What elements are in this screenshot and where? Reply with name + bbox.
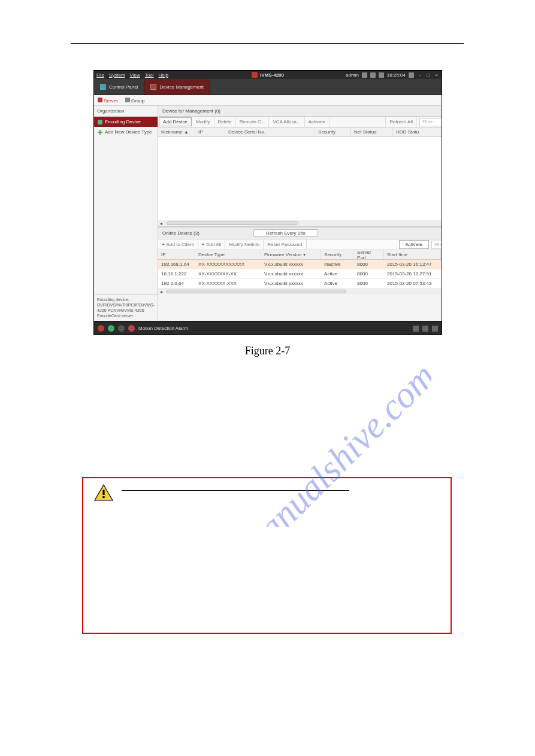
menubar: File System View Tool Help iVMS-4200 adm… [94,71,442,79]
sidebar-item-label: Add New Device Type [105,129,152,135]
tab-label: Device Management [159,84,203,90]
scrollbar-thumb[interactable] [167,290,346,293]
ocol-start-time[interactable]: Start time [384,250,441,259]
col-nickname[interactable]: Nickname ▲ [158,127,195,136]
col-ip[interactable]: IP [195,127,225,136]
col-hdd[interactable]: HDD Statu [393,127,442,136]
subtab-bar: Server Group [94,95,442,106]
cell-fw: Vx.x.xbuild xxxxxx [261,281,321,286]
globe-icon[interactable] [362,72,367,78]
plus-icon [98,130,102,135]
tab-label: Control Panel [109,84,138,90]
tab-control-panel[interactable]: Control Panel [94,79,144,95]
mail-icon[interactable] [118,325,125,332]
add-device-button[interactable]: Add Device [159,117,192,126]
placeholder-text: Filter [434,242,442,247]
popout-icon[interactable] [422,326,428,332]
cell-ip: 192.168.1.64 [158,262,195,267]
close-button[interactable]: × [434,72,439,78]
subtab-label: Server [104,98,118,104]
add-to-client-button[interactable]: +Add to Client [158,239,198,250]
pin-icon[interactable] [413,326,419,332]
alert-icon[interactable] [98,325,104,332]
table-row[interactable]: 192.0.0.64 XX-XXXXXX-XXX Vx.x.xbuild xxx… [158,279,442,289]
ocol-ip[interactable]: IP [158,250,195,259]
collapse-icon[interactable] [432,326,438,332]
minimize-button[interactable]: - [417,72,422,78]
menu-view[interactable]: View [130,72,140,78]
maximize-button[interactable]: □ [425,72,431,78]
online-panel-title: Online Device (3) Refresh Every 15s [158,227,442,239]
shield-icon[interactable] [108,325,114,332]
footer-text: DVR/DVS/NVR/IPC/IPD/iVMS-4200 PCNVR/iVMS… [97,302,155,318]
cell-ac: No... [441,281,442,286]
monitor-icon[interactable] [379,72,384,78]
warning-icon [94,484,113,501]
refresh-every-button[interactable]: Refresh Every 15s [253,229,318,237]
sidebar-item-encoding-device[interactable]: Encoding Device [94,117,158,127]
table-row[interactable]: 10.16.1.222 XX-XXXXXXX-XX Vx.x.xbuild xx… [158,269,442,279]
horizontal-scrollbar[interactable]: ◂ [158,220,442,226]
reset-password-button[interactable]: Reset Password [264,239,306,250]
vca-alloca-button[interactable]: VCA Alloca... [269,117,304,127]
plus-icon: + [202,242,205,247]
activate-online-button[interactable]: Activate [399,240,429,249]
cell-start: 2015-03-20 10:27:51 [384,271,441,277]
cell-fw: Vx.x.xbuild xxxxxx [261,271,321,277]
tab-device-management[interactable]: Device Management [144,79,210,95]
sidebar-item-add-new[interactable]: Add New Device Type [94,127,158,137]
cell-start: 2015-03-20 07:53:43 [384,281,441,286]
delete-button[interactable]: Delete [214,117,236,127]
page-header-rule [71,43,464,44]
menu-system[interactable]: System [109,72,125,78]
remote-config-button[interactable]: Remote C... [236,117,270,127]
col-security[interactable]: Security [315,127,351,136]
screen-icon[interactable] [370,72,376,78]
ocol-firmware[interactable]: Firmware Version ▾ [261,250,321,259]
filter-input[interactable]: Filter [419,118,442,126]
app-window: File System View Tool Help iVMS-4200 adm… [93,70,442,335]
subtab-server[interactable]: Server [98,98,118,104]
lock-icon[interactable] [409,72,414,78]
cell-type: XX-XXXXXXXXXXXX [195,262,261,267]
main-panel: Device for Management (0) Add Device Mod… [158,106,442,321]
col-net-status[interactable]: Net Status [351,127,393,136]
menu-help[interactable]: Help [158,72,168,78]
cell-type: XX-XXXXXXX-XX [195,271,261,277]
table-row[interactable]: 192.168.1.64 XX-XXXXXXXXXXXX Vx.x.xbuild… [158,260,442,269]
menu-file[interactable]: File [96,72,104,78]
online-horizontal-scrollbar[interactable]: ◂ [158,289,442,294]
subtab-label: Group [131,98,144,104]
modify-netinfo-button[interactable]: Modify Netinfo [225,239,264,250]
col-serial[interactable]: Device Serial No. [225,127,315,136]
activate-button[interactable]: Activate [305,117,330,127]
footer-title: Encoding device: [97,297,155,302]
online-grid-header: IP Device Type Firmware Version ▾ Securi… [158,250,442,260]
subtab-group[interactable]: Group [125,98,144,104]
app-logo-icon [252,72,258,78]
refresh-all-button[interactable]: Refresh All [385,117,417,127]
ocol-server-port[interactable]: Server Port [354,250,384,259]
cell-ac: No [441,262,442,267]
status-text: Motion Detection Alarm [138,326,188,331]
ocol-ac[interactable]: Ac [441,250,442,259]
scrollbar-thumb[interactable] [167,221,298,225]
cell-sec: Active [321,281,354,286]
cell-sec: Inactive [321,262,354,267]
speaker-icon[interactable] [128,325,135,332]
cell-fw: Vx.x.xbuild xxxxxx [261,262,321,267]
modify-button[interactable]: Modify [192,117,214,127]
online-filter-input[interactable]: Filter [431,241,442,249]
menu-tool[interactable]: Tool [145,72,154,78]
clock-time: 16:25:04 [387,72,406,78]
ocol-device-type[interactable]: Device Type [195,250,261,259]
app-title: iVMS-4200 [260,72,284,78]
cell-ip: 192.0.0.64 [158,281,195,286]
add-all-button[interactable]: +Add All [198,239,226,250]
svg-rect-1 [102,490,104,495]
placeholder-text: Filter [422,119,433,125]
online-title-text: Online Device (3) [162,230,200,236]
ocol-security[interactable]: Security [321,250,354,259]
online-toolbar: +Add to Client +Add All Modify Netinfo R… [158,239,442,250]
sidebar: Organization Encoding Device Add New Dev… [94,106,158,321]
